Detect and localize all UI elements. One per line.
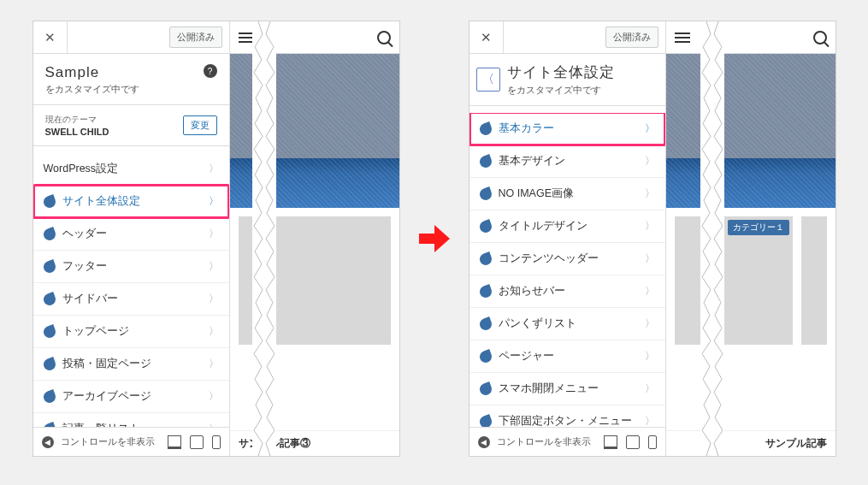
menu-item-0[interactable]: WordPress設定〉	[33, 153, 229, 186]
search-icon[interactable]	[377, 31, 391, 44]
card-label: サンプル記事	[666, 430, 836, 456]
chevron-right-icon: 〉	[209, 324, 219, 339]
title-block: 〈 サイト全体設定 をカスタマイズ中です	[469, 54, 665, 106]
menu-item-6[interactable]: 投稿・固定ページ〉	[33, 347, 229, 381]
menu-item-label: ページャー	[499, 349, 645, 364]
theme-name: SWELL CHILD	[45, 127, 183, 137]
swell-icon	[478, 154, 493, 169]
chevron-right-icon: 〉	[209, 389, 219, 404]
menu-item-label: お知らせバー	[499, 284, 645, 299]
chevron-right-icon: 〉	[209, 292, 219, 306]
menu-item-label: 基本デザイン	[499, 154, 645, 169]
collapse-label: コントロールを非表示	[497, 435, 591, 448]
chevron-right-icon: 〉	[645, 154, 655, 169]
chevron-right-icon: 〉	[645, 381, 655, 396]
device-toggles	[168, 435, 221, 449]
customizer-menu: WordPress設定〉サイト全体設定〉ヘッダー〉フッター〉サイドバー〉トップペ…	[33, 153, 229, 427]
menu-item-1[interactable]: 基本デザイン〉	[469, 145, 665, 178]
title-block: Sample をカスタマイズ中です ?	[33, 54, 229, 105]
collapse-icon[interactable]: ◀	[478, 436, 490, 448]
device-toggles	[604, 435, 657, 449]
chevron-right-icon: 〉	[209, 259, 219, 274]
chevron-right-icon: 〉	[209, 422, 219, 427]
device-desktop-icon[interactable]	[168, 435, 181, 449]
device-desktop-icon[interactable]	[604, 435, 617, 449]
menu-item-8[interactable]: 記事一覧リスト〉	[33, 412, 229, 427]
chevron-right-icon: 〉	[209, 162, 219, 176]
menu-item-label: コンテンツヘッダー	[499, 251, 645, 266]
swell-icon	[478, 316, 493, 332]
swell-icon	[478, 284, 493, 299]
preview-card	[801, 216, 827, 345]
close-button[interactable]: ✕	[469, 21, 504, 54]
collapse-label: コントロールを非表示	[61, 435, 155, 448]
device-mobile-icon[interactable]	[648, 435, 657, 449]
menu-item-label: トップページ	[62, 324, 209, 339]
menu-item-label: NO IMAGE画像	[499, 186, 645, 201]
menu-item-2[interactable]: NO IMAGE画像〉	[469, 177, 665, 210]
close-button[interactable]: ✕	[33, 21, 68, 54]
torn-edge	[700, 21, 712, 456]
help-icon[interactable]: ?	[204, 64, 217, 78]
hero-image	[666, 54, 836, 208]
collapse-icon[interactable]: ◀	[42, 436, 54, 448]
bottom-bar: ◀ コントロールを非表示	[469, 427, 665, 456]
chevron-right-icon: 〉	[645, 284, 655, 299]
menu-item-5[interactable]: トップページ〉	[33, 315, 229, 348]
menu-item-4[interactable]: サイドバー〉	[33, 282, 229, 316]
title-sub: をカスタマイズ中です	[507, 84, 615, 97]
swell-icon	[42, 227, 57, 242]
menu-item-7[interactable]: ページャー〉	[469, 340, 665, 373]
chevron-right-icon: 〉	[209, 357, 219, 371]
swell-icon	[42, 324, 57, 340]
menu-item-5[interactable]: お知らせバー〉	[469, 275, 665, 308]
menu-item-2[interactable]: ヘッダー〉	[33, 217, 229, 251]
theme-change-button[interactable]: 変更	[183, 115, 217, 135]
search-icon[interactable]	[813, 31, 827, 44]
category-tag: カテゴリー１	[728, 220, 789, 235]
swell-icon	[478, 186, 493, 202]
screenshot-right: ✕ 公開済み 〈 サイト全体設定 をカスタマイズ中です 基本カラー〉基本デザイン…	[469, 21, 836, 457]
menu-item-7[interactable]: アーカイブページ〉	[33, 380, 229, 413]
menu-item-3[interactable]: タイトルデザイン〉	[469, 210, 665, 243]
swell-icon	[478, 219, 493, 234]
swell-icon	[42, 422, 57, 427]
sidebar-topbar: ✕ 公開済み	[33, 21, 229, 54]
swell-icon	[42, 389, 57, 405]
menu-item-label: フッター	[62, 259, 209, 274]
device-mobile-icon[interactable]	[212, 435, 221, 449]
chevron-right-icon: 〉	[645, 219, 655, 234]
screenshot-left: ✕ 公開済み Sample をカスタマイズ中です ? 現在のテーマ SWELL …	[32, 21, 400, 457]
menu-item-9[interactable]: 下部固定ボタン・メニュー〉	[469, 405, 665, 427]
publish-button[interactable]: 公開済み	[169, 27, 222, 48]
sidebar-topbar: ✕ 公開済み	[469, 21, 665, 54]
site-title: Sample	[45, 64, 217, 81]
customizer-menu: 基本カラー〉基本デザイン〉NO IMAGE画像〉タイトルデザイン〉コンテンツヘッ…	[469, 113, 665, 427]
menu-item-3[interactable]: フッター〉	[33, 250, 229, 283]
swell-icon	[478, 251, 493, 267]
theme-label: 現在のテーマ	[45, 114, 183, 126]
menu-item-6[interactable]: パンくずリスト〉	[469, 307, 665, 340]
torn-edge	[252, 21, 264, 456]
menu-item-label: タイトルデザイン	[499, 219, 645, 234]
menu-item-8[interactable]: スマホ開閉メニュー〉	[469, 372, 665, 405]
menu-item-4[interactable]: コンテンツヘッダー〉	[469, 242, 665, 275]
swell-icon	[42, 292, 57, 307]
menu-item-label: スマホ開閉メニュー	[499, 381, 645, 396]
device-tablet-icon[interactable]	[626, 435, 640, 449]
publish-button[interactable]: 公開済み	[605, 27, 658, 48]
customizer-sidebar: ✕ 公開済み 〈 サイト全体設定 をカスタマイズ中です 基本カラー〉基本デザイン…	[469, 21, 666, 456]
chevron-right-icon: 〉	[645, 251, 655, 266]
hamburger-icon[interactable]	[675, 33, 690, 43]
back-button[interactable]: 〈	[476, 68, 500, 92]
menu-item-label: 下部固定ボタン・メニュー	[499, 414, 645, 427]
swell-icon	[42, 259, 57, 275]
preview-cards: カテゴリー１	[666, 208, 836, 430]
chevron-right-icon: 〉	[209, 194, 219, 209]
menu-item-label: 投稿・固定ページ	[62, 357, 209, 371]
device-tablet-icon[interactable]	[190, 435, 204, 449]
swell-icon	[42, 194, 57, 210]
swell-icon	[478, 121, 493, 137]
menu-item-0[interactable]: 基本カラー〉	[469, 113, 665, 145]
menu-item-1[interactable]: サイト全体設定〉	[33, 185, 229, 218]
